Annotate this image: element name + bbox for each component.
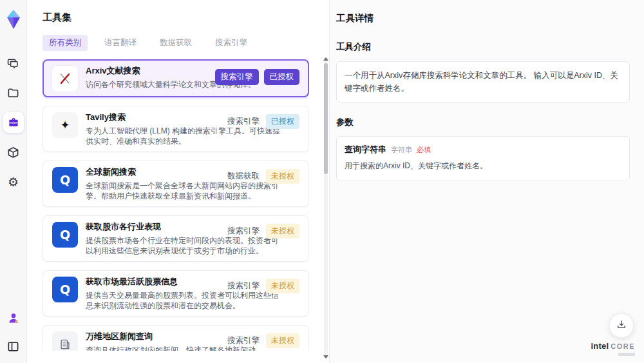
tavily-star-icon: ✦ [52,112,78,138]
tool-card[interactable]: 万维地区新闻查询 查询具体行政区划内的新闻，快速了解各地新闻动 搜索引擎 未授权 [43,325,309,351]
app-window: ⚙ 工具集 所有类别语言翻译数据获取搜索引擎 Arxiv文献搜索 [0,0,644,363]
download-button[interactable] [609,313,634,338]
tool-status-badge: 未授权 [266,224,299,239]
tool-card[interactable]: Arxiv文献搜索 访问各个研究领域大量科学论文和文章的存储库。 搜索引擎 已授… [43,59,309,97]
toolbox-icon[interactable] [3,112,24,133]
brand-series-bar [618,353,635,356]
parameter-description: 用于搜索的Arxiv ID、关键字或作者姓名。 [345,161,621,172]
tool-card[interactable]: Q 获取股市各行业表现 提供股票市场各个行业在特定时间段内的表现。投资者可以利用… [43,215,309,262]
folder-icon[interactable] [3,83,24,103]
app-logo-icon[interactable] [5,9,23,30]
scroll-up-arrow-icon[interactable] [323,57,328,61]
params-heading: 参数 [336,117,630,128]
tool-list: Arxiv文献搜索 访问各个研究领域大量科学论文和文章的存储库。 搜索引擎 已授… [43,59,309,351]
tool-status-badge: 未授权 [266,333,299,348]
tool-badges: 搜索引擎 未授权 [227,279,299,293]
tool-badges: 搜索引擎 未授权 [227,333,299,348]
category-tab-1[interactable]: 语言翻译 [98,35,143,51]
scroll-down-arrow-icon[interactable] [323,355,328,358]
blue-search-icon: Q [52,222,78,248]
tool-badges: 搜索引擎 已授权 [227,114,299,129]
brand-intel-text: intel [591,342,609,351]
intel-core-logo: intel core [591,342,635,356]
category-tabs: 所有类别语言翻译数据获取搜索引擎 [43,35,329,51]
parameter-card: 查询字符串 字符串 必填 用于搜索的Arxiv ID、关键字或作者姓名。 [336,136,630,181]
user-avatar-icon[interactable] [3,308,24,328]
tool-status-badge: 未授权 [266,169,299,184]
tool-status-badge: 已授权 [264,69,300,85]
parameter-name: 查询字符串 [345,144,386,155]
tool-status-badge: 已授权 [266,114,299,129]
brand-core-text: core [611,342,635,350]
tool-category-badge: 数据获取 [227,171,260,182]
category-tab-2[interactable]: 数据获取 [153,35,198,51]
tool-category-badge: 搜索引擎 [227,226,260,237]
tool-detail-panel: 工具详情 工具介绍 一个用于从Arxiv存储库搜索科学论文和文章的工具。 输入可… [329,0,644,363]
settings-icon[interactable]: ⚙ [3,172,24,192]
category-tab-3[interactable]: 搜索引擎 [209,35,254,51]
tool-card[interactable]: Q 获取市场最活跃股票信息 提供当天交易量最高的股票列表。投资者可以利用这些信息… [43,270,309,317]
tool-category-badge: 搜索引擎 [227,335,260,346]
page-title: 工具集 [43,12,329,24]
blue-search-icon: Q [52,277,78,302]
sidebar: ⚙ [0,0,27,363]
list-scrollbar[interactable] [323,57,328,358]
tool-card[interactable]: Q 全球新闻搜索 全球新闻搜索是一个聚合全球各大新闻网站内容的搜索引擎。帮助用户… [43,161,309,207]
package-icon[interactable] [3,142,24,162]
tool-category-badge: 搜索引擎 [227,116,260,127]
sidebar-nav: ⚙ [3,53,24,192]
sidebar-bottom [3,308,24,357]
download-icon [616,319,627,333]
parameter-type: 字符串 [391,145,412,155]
tool-category-badge: 搜索引擎 [227,280,260,291]
chat-icon[interactable] [3,53,24,74]
tool-badges: 搜索引擎 已授权 [215,69,300,85]
panel-toggle-icon[interactable] [3,336,24,357]
category-tab-0[interactable]: 所有类别 [43,35,88,51]
tool-intro-box: 一个用于从Arxiv存储库搜索科学论文和文章的工具。 输入可以是Arxiv ID… [336,61,630,103]
blue-search-icon: Q [52,167,78,193]
tool-badges: 搜索引擎 未授权 [227,224,299,239]
tool-card[interactable]: ✦ Tavily搜索 专为人工智能代理 (LLM) 构建的搜索引擎工具。可快速提… [43,106,309,152]
detail-title: 工具详情 [336,12,630,25]
intro-heading: 工具介绍 [336,41,630,53]
tool-category-badge: 搜索引擎 [215,69,259,85]
news-building-icon [52,331,78,351]
tool-status-badge: 未授权 [266,279,299,293]
tool-badges: 数据获取 未授权 [227,169,299,184]
tool-list-panel: 工具集 所有类别语言翻译数据获取搜索引擎 Arxiv文献搜索 访问各个研究领域大… [27,0,329,363]
arxiv-logo-icon [52,66,78,92]
scrollbar-thumb[interactable] [324,63,328,174]
parameter-required-badge: 必填 [417,145,431,155]
